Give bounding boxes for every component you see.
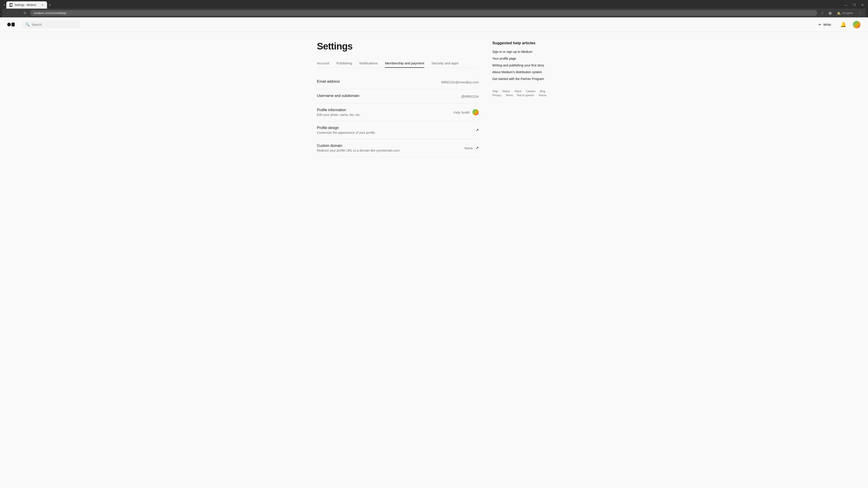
avatar[interactable] — [852, 21, 861, 29]
username-row[interactable]: Username and subdomain @89f4222e — [317, 89, 479, 103]
svg-rect-3 — [11, 23, 15, 26]
footer-about[interactable]: About — [514, 90, 521, 93]
profile-avatar — [472, 109, 479, 116]
footer-status[interactable]: Status — [502, 90, 510, 93]
profile-info-left: Profile information Edit your photo, nam… — [317, 108, 454, 117]
email-value: 89f4222e@moodjoy.com — [441, 80, 479, 84]
help-link-2[interactable]: Writing and publishing your first story — [492, 64, 551, 67]
username-label: Username and subdomain — [317, 94, 461, 98]
profile-design-label: Profile design — [317, 126, 475, 130]
settings-section: Email address 89f4222e@moodjoy.com Usern… — [317, 75, 479, 157]
logo-svg — [7, 22, 16, 27]
notifications-button[interactable]: 🔔 — [839, 21, 847, 29]
email-row-left: Email address — [317, 79, 441, 85]
minimize-button[interactable]: — — [842, 2, 849, 8]
svg-point-0 — [10, 4, 11, 6]
medium-logo[interactable] — [7, 22, 16, 27]
profile-design-value: ↗ — [475, 128, 479, 133]
maximize-button[interactable]: ❐ — [851, 2, 858, 8]
custom-domain-text: None — [465, 146, 473, 150]
browser-tab[interactable]: Settings - Medium × — [6, 1, 47, 8]
footer-blog[interactable]: Blog — [540, 90, 545, 93]
username-row-left: Username and subdomain — [317, 94, 461, 99]
header-right: ✏ Write 🔔 — [816, 21, 861, 29]
email-row[interactable]: Email address 89f4222e@moodjoy.com — [317, 75, 479, 89]
custom-domain-left: Custom domain Redirect your profile URL … — [317, 144, 465, 152]
custom-domain-external-icon: ↗ — [475, 145, 479, 151]
window-controls: — ❐ ✕ — [842, 2, 866, 8]
profile-design-row[interactable]: Profile design Customize the appearance … — [317, 121, 479, 139]
settings-tabs: Account Publishing Notifications Members… — [317, 59, 479, 68]
browser-toolbar: ← → ↻ ☆ ▣ 🕵 Incognito ⋮ — [2, 8, 866, 18]
tab-title: Settings - Medium — [14, 3, 39, 6]
footer-help[interactable]: Help — [492, 90, 498, 93]
tab-group-arrow[interactable]: ▾ — [2, 2, 6, 7]
tab-membership[interactable]: Membership and payment — [385, 59, 424, 68]
tab-notifications[interactable]: Notifications — [359, 59, 378, 68]
custom-domain-desc: Redirect your profile URL to a domain li… — [317, 149, 465, 152]
settings-sidebar: Suggested help articles Sign in or sign … — [492, 41, 551, 157]
footer-careers[interactable]: Careers — [526, 90, 535, 93]
footer-tts[interactable]: Text to speech — [517, 94, 534, 97]
incognito-icon: 🕵 — [837, 11, 841, 15]
forward-button[interactable]: → — [13, 10, 20, 16]
search-bar[interactable]: 🔍 — [22, 21, 81, 29]
back-button[interactable]: ← — [5, 10, 11, 16]
address-bar[interactable] — [30, 10, 817, 16]
write-icon: ✏ — [818, 23, 822, 27]
help-link-4[interactable]: Get started with the Partner Program — [492, 77, 551, 80]
help-link-0[interactable]: Sign in or sign up to Medium — [492, 50, 551, 54]
sidebar-title: Suggested help articles — [492, 41, 551, 45]
page-title: Settings — [317, 41, 479, 52]
profile-info-value: Fely Smith — [454, 109, 479, 116]
username-text: @89f4222e — [461, 94, 479, 98]
username-value: @89f4222e — [461, 94, 479, 98]
write-button[interactable]: ✏ Write — [816, 21, 834, 28]
tab-close-btn[interactable]: × — [41, 3, 44, 7]
footer-links: Help · Status · About · Careers · Blog ·… — [492, 90, 551, 97]
main-layout: Settings Account Publishing Notification… — [310, 32, 558, 166]
settings-content: Settings Account Publishing Notification… — [317, 41, 479, 157]
custom-domain-row[interactable]: Custom domain Redirect your profile URL … — [317, 139, 479, 157]
footer-terms[interactable]: Terms — [506, 94, 513, 97]
more-button[interactable]: ⋮ — [857, 10, 863, 16]
email-address: 89f4222e@moodjoy.com — [441, 80, 479, 84]
profile-info-row[interactable]: Profile information Edit your photo, nam… — [317, 103, 479, 121]
search-input[interactable] — [32, 23, 77, 26]
incognito-button[interactable]: 🕵 Incognito — [835, 10, 855, 16]
browser-chrome: ▾ Settings - Medium × + — ❐ ✕ ← → ↻ ☆ ▣ — [0, 0, 868, 18]
tab-publishing[interactable]: Publishing — [336, 59, 352, 68]
tab-security[interactable]: Security and apps — [432, 59, 459, 68]
custom-domain-value: None ↗ — [465, 145, 479, 151]
profile-design-left: Profile design Customize the appearance … — [317, 126, 475, 134]
toolbar-actions: ☆ ▣ 🕵 Incognito ⋮ — [819, 10, 863, 16]
tab-account[interactable]: Account — [317, 59, 329, 68]
new-tab-button[interactable]: + — [47, 2, 53, 8]
bookmark-button[interactable]: ☆ — [819, 10, 825, 16]
search-icon: 🔍 — [25, 22, 30, 27]
reload-button[interactable]: ↻ — [22, 10, 28, 16]
help-link-3[interactable]: About Medium's distribution system — [492, 70, 551, 74]
custom-domain-label: Custom domain — [317, 144, 465, 148]
footer-privacy[interactable]: Privacy — [492, 94, 501, 97]
external-link-icon: ↗ — [475, 128, 479, 133]
help-link-1[interactable]: Your profile page — [492, 57, 551, 60]
write-label: Write — [823, 23, 831, 26]
incognito-label: Incognito — [842, 11, 853, 15]
profile-name: Fely Smith — [454, 110, 470, 114]
svg-point-2 — [7, 23, 11, 26]
page-header: 🔍 ✏ Write 🔔 — [0, 18, 868, 32]
footer-teams[interactable]: Teams — [538, 94, 546, 97]
svg-rect-1 — [11, 4, 12, 6]
profile-info-desc: Edit your photo, name, bio, etc. — [317, 113, 454, 117]
profile-info-label: Profile information — [317, 108, 454, 112]
tab-favicon — [9, 3, 13, 6]
sidebar-toggle-button[interactable]: ▣ — [827, 10, 833, 16]
email-label: Email address — [317, 79, 441, 84]
bell-icon: 🔔 — [840, 22, 846, 27]
profile-design-desc: Customize the appearance of your profile… — [317, 131, 475, 134]
close-button[interactable]: ✕ — [860, 2, 866, 8]
